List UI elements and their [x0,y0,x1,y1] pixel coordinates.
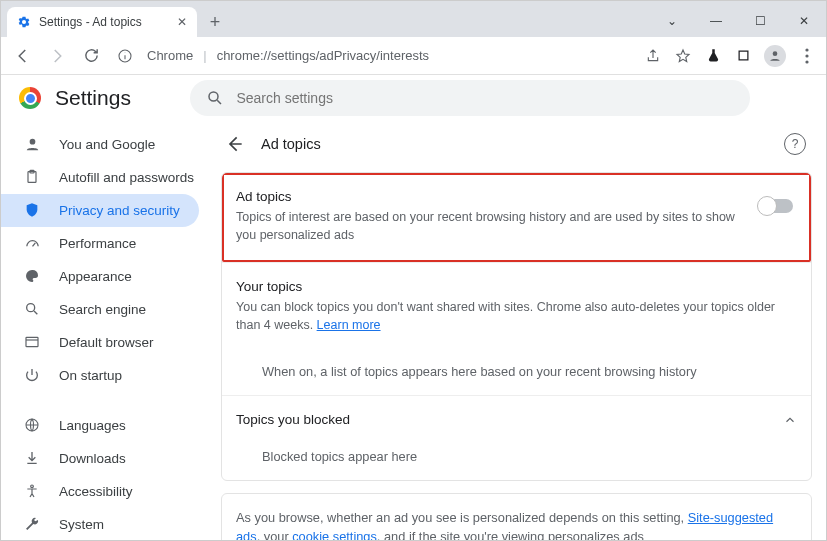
shield-icon [23,202,41,218]
profile-avatar[interactable] [764,45,786,67]
svg-point-2 [773,51,778,56]
back-button[interactable] [11,44,35,68]
your-topics-description: You can block topics you don't want shar… [236,298,797,334]
search-input[interactable] [236,90,734,106]
svg-point-3 [805,48,808,51]
maximize-button[interactable]: ☐ [738,5,782,37]
sidebar-label: Search engine [59,302,146,317]
forward-button [45,44,69,68]
sidebar-label: You and Google [59,137,155,152]
sidebar-label: Default browser [59,335,154,350]
sidebar-item-you-and-google[interactable]: You and Google [1,128,199,161]
wrench-icon [23,516,41,532]
topics-blocked-empty: Blocked topics appear here [222,443,811,480]
star-icon[interactable] [674,47,692,65]
sidebar-item-accessibility[interactable]: Accessibility [1,475,199,508]
help-icon[interactable]: ? [784,133,806,155]
sidebar-item-autofill[interactable]: Autofill and passwords [1,161,199,194]
sidebar-item-privacy[interactable]: Privacy and security [1,194,199,227]
sidebar-label: Privacy and security [59,203,180,218]
sidebar-divider [23,400,197,401]
content-title: Ad topics [261,136,321,152]
labs-icon[interactable] [704,47,722,65]
your-topics-title: Your topics [236,279,797,294]
svg-point-7 [29,139,35,145]
svg-point-13 [31,485,34,488]
browser-icon [23,334,41,350]
ad-topics-description: Topics of interest are based on your rec… [236,208,741,244]
reload-button[interactable] [79,44,103,68]
sidebar-label: Autofill and passwords [59,170,194,185]
ad-topics-card: Ad topics Topics of interest are based o… [221,172,812,482]
ad-topics-title: Ad topics [236,189,741,204]
close-tab-icon[interactable]: ✕ [177,15,187,29]
close-window-button[interactable]: ✕ [782,5,826,37]
menu-icon[interactable] [798,47,816,65]
clipboard-icon [23,169,41,185]
footer-note: As you browse, whether an ad you see is … [221,493,812,541]
svg-point-6 [209,92,218,101]
sidebar-item-languages[interactable]: Languages [1,409,199,442]
omnibox-url[interactable]: chrome://settings/adPrivacy/interests [217,48,429,63]
accessibility-icon [23,483,41,499]
window-titlebar: Settings - Ad topics ✕ + ⌄ — ☐ ✕ [1,1,826,37]
sidebar-item-performance[interactable]: Performance [1,227,199,260]
sidebar-item-onstartup[interactable]: On startup [1,359,199,392]
tab-search-button[interactable]: ⌄ [650,5,694,37]
sidebar-item-search-engine[interactable]: Search engine [1,293,199,326]
tab-title: Settings - Ad topics [39,15,142,29]
page-title: Settings [55,86,131,110]
svg-point-5 [805,60,808,63]
browser-toolbar: Chrome | chrome://settings/adPrivacy/int… [1,37,826,75]
power-icon [23,367,41,383]
sidebar-label: Performance [59,236,136,251]
main-content: Ad topics ? Ad topics Topics of interest… [221,122,812,541]
sidebar-item-default-browser[interactable]: Default browser [1,326,199,359]
gear-icon [17,15,31,29]
topics-blocked-row[interactable]: Topics you blocked [222,395,811,443]
settings-sidebar: You and Google Autofill and passwords Pr… [1,122,211,541]
extensions-icon[interactable] [734,47,752,65]
settings-header: Settings [1,75,826,122]
svg-rect-1 [739,51,748,60]
sidebar-label: On startup [59,368,122,383]
sidebar-label: Languages [59,418,126,433]
sidebar-label: Downloads [59,451,126,466]
share-icon[interactable] [644,47,662,65]
palette-icon [23,268,41,284]
globe-icon [23,417,41,433]
speedometer-icon [23,235,41,252]
sidebar-label: System [59,517,104,532]
chrome-logo-icon [19,87,41,109]
omnibox-label: Chrome [147,48,193,63]
browser-tab[interactable]: Settings - Ad topics ✕ [7,7,197,37]
ad-topics-toggle-row: Ad topics Topics of interest are based o… [222,173,811,262]
svg-rect-11 [26,338,38,347]
learn-more-link[interactable]: Learn more [317,318,381,332]
sidebar-item-appearance[interactable]: Appearance [1,260,199,293]
content-back-button[interactable] [223,132,247,156]
svg-point-4 [805,54,808,57]
site-info-icon[interactable] [113,44,137,68]
minimize-button[interactable]: — [694,5,738,37]
sidebar-item-system[interactable]: System [1,508,199,541]
cookie-settings-link[interactable]: cookie settings [292,529,377,541]
search-box[interactable] [190,80,750,116]
omnibox-separator: | [203,48,206,63]
your-topics-empty: When on, a list of topics appears here b… [222,350,811,395]
sidebar-label: Accessibility [59,484,133,499]
person-icon [23,136,41,153]
search-icon [23,301,41,317]
ad-topics-toggle[interactable] [759,199,793,213]
topics-blocked-title: Topics you blocked [236,412,350,427]
new-tab-button[interactable]: + [201,8,229,36]
download-icon [23,450,41,466]
search-icon [206,89,224,107]
chevron-up-icon [783,413,797,427]
sidebar-item-downloads[interactable]: Downloads [1,442,199,475]
sidebar-label: Appearance [59,269,132,284]
svg-point-10 [27,304,35,312]
